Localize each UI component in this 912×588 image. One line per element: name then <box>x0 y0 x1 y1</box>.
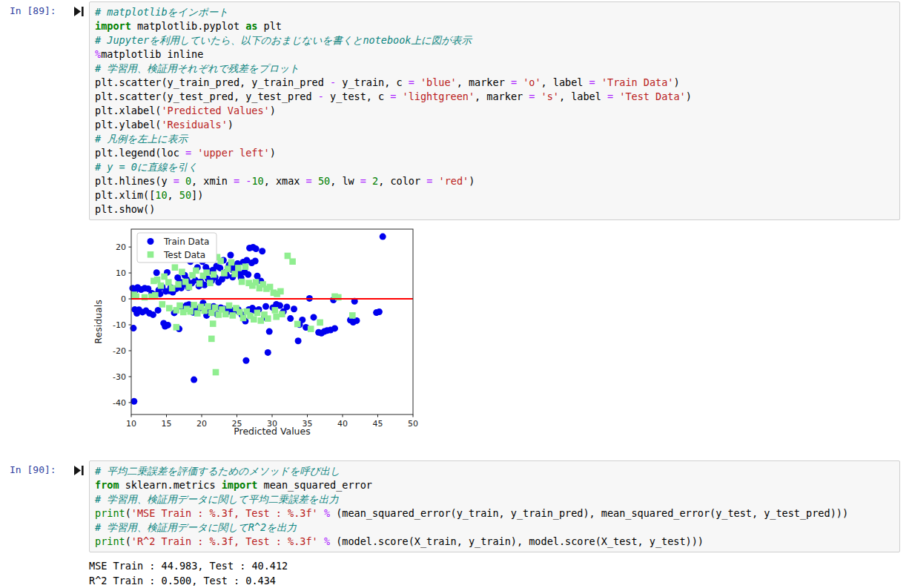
code-line: plt.scatter(y_test_pred, y_test_pred - y… <box>95 90 894 104</box>
output-area-89: 101520253035404550-40-30-20-1001020Train… <box>89 224 900 448</box>
y-tick-label: -20 <box>113 346 126 356</box>
code-line: # 学習用、検証用データに関して平均二乗誤差を出力 <box>95 492 894 506</box>
code-line: plt.hlines(y = 0, xmin = -10, xmax = 50,… <box>95 174 894 188</box>
code-line: # 凡例を左上に表示 <box>95 132 894 146</box>
run-collapsed-icon[interactable] <box>74 7 84 16</box>
x-axis-label: Predicted Values <box>234 426 311 437</box>
output-text-line: MSE Train : 44.983, Test : 40.412 <box>89 559 900 574</box>
code-line: # matplotlibをインポート <box>95 5 894 19</box>
code-line: print('MSE Train : %.3f, Test : %.3f' % … <box>95 506 894 521</box>
prompt-area-90: In [90]: <box>0 460 89 475</box>
x-tick-label: 20 <box>196 419 207 429</box>
y-tick-label: -10 <box>113 320 126 330</box>
code-line: from sklearn.metrics import mean_squared… <box>95 478 894 492</box>
legend-label-test: Test Data <box>163 250 205 260</box>
code-line: print('R^2 Train : %.3f, Test : %.3f' % … <box>95 535 894 549</box>
code-line: plt.legend(loc = 'upper left') <box>95 146 894 160</box>
text-output: MSE Train : 44.983, Test : 40.412R^2 Tra… <box>89 559 900 588</box>
output-text-line: R^2 Train : 0.500, Test : 0.434 <box>89 574 900 588</box>
code-line: # 学習用、検証用それぞれで残差をプロット <box>95 62 894 76</box>
y-tick-label: -30 <box>113 372 126 382</box>
code-editor-89[interactable]: # matplotlibをインポートimport matplotlib.pypl… <box>89 1 900 220</box>
code-line: # 学習用、検証用データに関してR^2を出力 <box>95 521 894 535</box>
prompt-area-89: In [89]: <box>0 1 89 16</box>
residuals-scatter-chart: 101520253035404550-40-30-20-1001020Train… <box>90 224 424 445</box>
code-line: # 平均二乗誤差を評価するためのメソッドを呼び出し <box>95 464 894 478</box>
code-line: %matplotlib inline <box>95 47 894 62</box>
code-cell-90: In [90]: # 平均二乗誤差を評価するためのメソッドを呼び出しfrom s… <box>0 460 900 552</box>
plot-output: 101520253035404550-40-30-20-1001020Train… <box>90 224 900 448</box>
code-line: plt.ylabel('Residuals') <box>95 118 894 132</box>
code-cell-89: In [89]: # matplotlibをインポートimport matplo… <box>0 1 900 220</box>
output-area-90: MSE Train : 44.983, Test : 40.412R^2 Tra… <box>89 559 900 588</box>
code-line: plt.show() <box>95 202 894 217</box>
y-tick-label: -40 <box>113 398 126 408</box>
y-tick-label: 0 <box>121 294 126 304</box>
x-tick-label: 10 <box>126 419 136 429</box>
run-collapsed-icon[interactable] <box>74 466 84 475</box>
x-tick-label: 15 <box>162 419 172 429</box>
code-line: import matplotlib.pyplot as plt <box>95 19 894 33</box>
y-tick-label: 10 <box>116 268 126 278</box>
notebook: In [89]: # matplotlibをインポートimport matplo… <box>0 0 912 588</box>
y-axis-label: Residuals <box>93 300 104 343</box>
legend-label-train: Train Data <box>163 237 209 247</box>
code-line: # y = 0に直線を引く <box>95 160 894 174</box>
x-tick-label: 50 <box>408 419 418 429</box>
code-line: # Jupyterを利用していたら、以下のおまじないを書くとnotebook上に… <box>95 33 894 47</box>
code-line: plt.xlabel('Predicted Values') <box>95 104 894 118</box>
code-line: plt.xlim([10, 50]) <box>95 188 894 202</box>
code-editor-90[interactable]: # 平均二乗誤差を評価するためのメソッドを呼び出しfrom sklearn.me… <box>89 460 900 552</box>
x-tick-label: 45 <box>373 419 383 429</box>
legend: Train DataTest Data <box>137 233 217 262</box>
x-tick-label: 40 <box>337 419 348 429</box>
code-line: plt.scatter(y_train_pred, y_train_pred -… <box>95 76 894 90</box>
y-tick-label: 20 <box>116 242 126 252</box>
